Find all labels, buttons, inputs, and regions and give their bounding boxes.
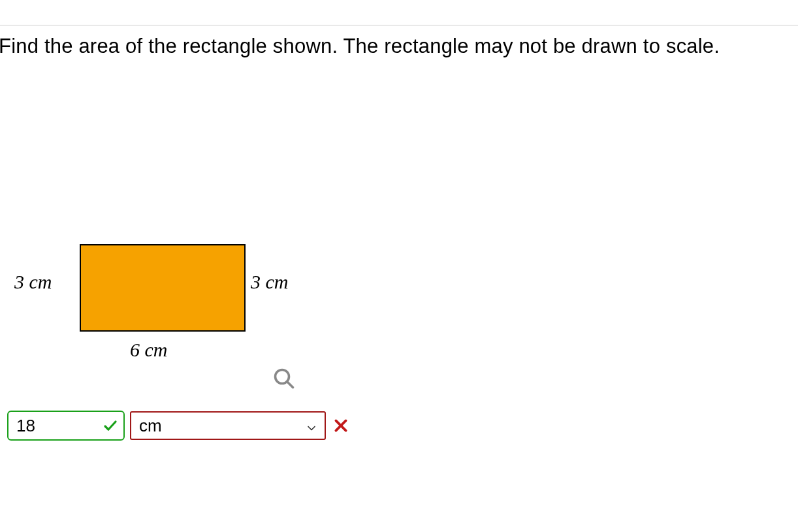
question-content: Find the area of the rectangle shown. Th…: [0, 25, 798, 532]
unit-select[interactable]: cm: [130, 411, 326, 440]
rectangle-shape: [80, 244, 246, 332]
unit-selected-value: cm: [139, 416, 162, 436]
answer-input[interactable]: 18: [7, 411, 125, 441]
answer-row: 18 cm: [7, 411, 349, 441]
dimension-label-bottom: 6 cm: [130, 339, 167, 361]
dimension-label-left: 3 cm: [14, 271, 52, 293]
svg-line-1: [287, 382, 293, 388]
dimension-label-right: 3 cm: [251, 271, 288, 293]
question-text: Find the area of the rectangle shown. Th…: [0, 35, 798, 58]
answer-value: 18: [16, 416, 35, 436]
check-icon: [103, 418, 118, 433]
magnify-icon[interactable]: [272, 367, 296, 390]
figure-area: 3 cm 3 cm 6 cm 18 cm: [14, 241, 798, 437]
cross-icon: [332, 417, 349, 434]
chevron-down-icon: [305, 419, 318, 432]
